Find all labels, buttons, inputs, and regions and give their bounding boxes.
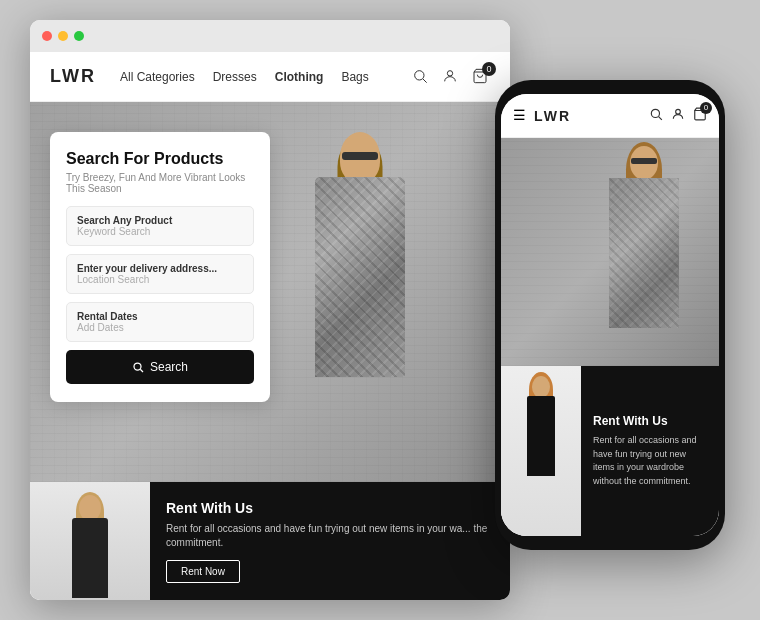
search-button-label: Search — [150, 360, 188, 374]
mobile-brand-logo: LWR — [534, 108, 649, 124]
mobile-rent-banner: Rent With Us Rent for all occasions and … — [581, 366, 719, 536]
nav-icons: 0 — [412, 68, 490, 86]
desktop-hero: Search For Products Try Breezy, Fun And … — [30, 102, 510, 482]
svg-line-5 — [140, 369, 143, 372]
rent-banner: Rent With Us Rent for all occasions and … — [150, 482, 510, 600]
rent-banner-desc: Rent for all occasions and have fun tryi… — [166, 522, 494, 550]
desktop-bottom-section: Rent With Us Rent for all occasions and … — [30, 482, 510, 600]
svg-line-7 — [659, 116, 662, 119]
cart-icon[interactable]: 0 — [472, 68, 490, 86]
location-search-label: Enter your delivery address... — [77, 263, 243, 274]
mobile-rent-desc: Rent for all occasions and have fun tryi… — [593, 434, 707, 488]
product-search-label: Search Any Product — [77, 215, 243, 226]
fullscreen-dot[interactable] — [74, 31, 84, 41]
mbm-head — [532, 376, 550, 398]
minimize-dot[interactable] — [58, 31, 68, 41]
svg-point-2 — [447, 70, 452, 75]
mbm-body — [527, 396, 555, 476]
nav-link-all-categories[interactable]: All Categories — [120, 70, 195, 84]
mobile-screen: ☰ LWR 0 — [501, 94, 719, 536]
mobile-nav: ☰ LWR 0 — [501, 94, 719, 138]
browser-titlebar — [30, 20, 510, 52]
search-card: Search For Products Try Breezy, Fun And … — [50, 132, 270, 402]
search-card-subtitle: Try Breezy, Fun And More Vibrant Looks T… — [66, 172, 254, 194]
product-search-field[interactable]: Search Any Product Keyword Search — [66, 206, 254, 246]
mobile-nav-icons: 0 — [649, 107, 707, 125]
mobile-rent-title: Rent With Us — [593, 414, 707, 428]
rental-dates-field[interactable]: Rental Dates Add Dates — [66, 302, 254, 342]
close-dot[interactable] — [42, 31, 52, 41]
rent-banner-title: Rent With Us — [166, 500, 494, 516]
bottom-model-image — [30, 482, 150, 600]
mobile-user-icon[interactable] — [671, 107, 685, 125]
desktop-nav: LWR All Categories Dresses Clothing Bags… — [30, 52, 510, 102]
nav-link-bags[interactable]: Bags — [341, 70, 368, 84]
svg-point-0 — [415, 70, 424, 79]
mobile-figure-container — [579, 138, 709, 366]
search-icon[interactable] — [412, 68, 430, 86]
mobile-bottom-model — [501, 366, 581, 536]
mobile-bottom-section: Rent With Us Rent for all occasions and … — [501, 366, 719, 536]
bm-body — [72, 518, 108, 598]
location-search-placeholder: Location Search — [77, 274, 243, 285]
user-icon[interactable] — [442, 68, 460, 86]
mobile-search-icon[interactable] — [649, 107, 663, 125]
mobile-hero-figure — [579, 138, 709, 366]
mobile-phone: ☰ LWR 0 — [495, 80, 725, 550]
rent-now-button[interactable]: Rent Now — [166, 560, 240, 583]
rental-dates-label: Rental Dates — [77, 311, 243, 322]
mobile-hero — [501, 138, 719, 366]
bottom-figure — [60, 490, 120, 600]
svg-point-8 — [676, 109, 681, 114]
rental-dates-placeholder: Add Dates — [77, 322, 243, 333]
figure-body — [300, 132, 420, 482]
mobile-cart-icon[interactable]: 0 — [693, 107, 707, 125]
nav-link-dresses[interactable]: Dresses — [213, 70, 257, 84]
figure-outfit — [315, 177, 405, 377]
svg-point-4 — [134, 363, 141, 370]
desktop-browser: LWR All Categories Dresses Clothing Bags… — [30, 20, 510, 600]
hero-model-figure — [250, 102, 470, 482]
search-button[interactable]: Search — [66, 350, 254, 384]
brand-logo: LWR — [50, 66, 96, 87]
location-search-field[interactable]: Enter your delivery address... Location … — [66, 254, 254, 294]
figure-glasses — [342, 152, 378, 160]
product-search-placeholder: Keyword Search — [77, 226, 243, 237]
mhf-outfit — [609, 178, 679, 328]
nav-link-clothing[interactable]: Clothing — [275, 70, 324, 84]
svg-point-6 — [651, 109, 659, 117]
mobile-cart-badge: 0 — [700, 102, 712, 114]
hamburger-icon[interactable]: ☰ — [513, 107, 526, 124]
mhf-glasses — [631, 158, 657, 164]
search-card-title: Search For Products — [66, 150, 254, 168]
nav-links: All Categories Dresses Clothing Bags — [120, 70, 412, 84]
cart-badge: 0 — [482, 62, 496, 76]
svg-line-1 — [423, 79, 427, 83]
